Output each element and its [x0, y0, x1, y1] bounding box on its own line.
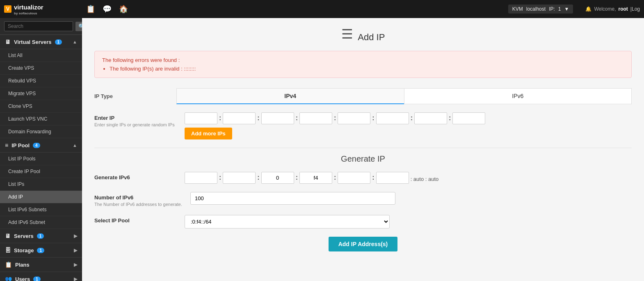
- ip-pool-select[interactable]: :0:f4::/64: [185, 215, 390, 228]
- number-of-ipv6-row: Number of IPv6 The Number of IPv6 addres…: [94, 192, 632, 207]
- enter-ip-content: : : : : : : : Add more IPs: [185, 112, 632, 139]
- tab-ipv4[interactable]: IPv4: [176, 88, 404, 104]
- ip-type-tabs: IPv4 IPv6: [176, 88, 632, 104]
- welcome-text: Welcome,: [594, 6, 616, 12]
- virtual-servers-label: Virtual Servers: [14, 39, 52, 45]
- layout: 🔍 🖥 Virtual Servers 1 ▲ List All Create …: [0, 18, 644, 281]
- clipboard-icon[interactable]: 📋: [86, 5, 95, 14]
- chat-icon[interactable]: 💬: [103, 5, 112, 14]
- ip-seg-0[interactable]: [185, 112, 217, 124]
- ipv6-input-group: : : : : : : auto : auto: [185, 172, 632, 184]
- generate-ipv6-row: Generate IPv6 : : : : : : auto : auto: [94, 172, 632, 184]
- sidebar-item-clone-vps[interactable]: Clone VPS: [0, 100, 82, 113]
- ip-seg-5[interactable]: [376, 112, 409, 124]
- ip-colon-1: :: [257, 114, 259, 122]
- ipv6-colon-3: :: [334, 174, 336, 181]
- ipv6-seg-2[interactable]: [261, 172, 294, 184]
- ipv6-seg-5[interactable]: [376, 172, 409, 184]
- home-icon[interactable]: 🏠: [119, 5, 128, 14]
- ipv6-seg-3[interactable]: [299, 172, 332, 184]
- ip-seg-7[interactable]: [452, 112, 485, 124]
- ip-seg-4[interactable]: [338, 112, 370, 124]
- number-of-ipv6-label-container: Number of IPv6 The Number of IPv6 addres…: [94, 192, 182, 207]
- server-selector[interactable]: KVM localhost IP: 1 ▼: [508, 5, 573, 14]
- page-title: Add IP: [358, 32, 385, 43]
- sidebar-search-container: 🔍: [0, 18, 82, 35]
- ip-seg-6[interactable]: [414, 112, 447, 124]
- virtual-servers-menu: List All Create VPS Rebuild VPS Migrate …: [0, 49, 82, 138]
- logo-text: virtualizor: [14, 4, 43, 11]
- users-icon: 👥: [5, 276, 12, 281]
- sidebar-section-ip-pool[interactable]: ≡ IP Pool 4 ▲: [0, 138, 82, 153]
- users-label: Users: [15, 276, 30, 281]
- number-of-ipv6-input[interactable]: [190, 192, 395, 205]
- sidebar-item-add-ipv6-subnet[interactable]: Add IPv6 Subnet: [0, 216, 82, 229]
- sidebar-item-domain-forwarding[interactable]: Domain Forwarding: [0, 126, 82, 138]
- server-hostname: localhost: [526, 6, 546, 12]
- search-input[interactable]: [4, 21, 73, 31]
- page-icon: ☰: [341, 27, 353, 41]
- logo-icon: V: [4, 5, 11, 13]
- app-logo: V virtualizor by softaculous: [4, 3, 62, 15]
- sidebar-section-plans[interactable]: 📋 Plans ▶: [0, 258, 82, 272]
- servers-icon: 🖥: [5, 233, 11, 239]
- ip-pool-icon: ≡: [5, 142, 8, 148]
- ip-seg-2[interactable]: [261, 112, 294, 124]
- select-ip-pool-label: Select IP Pool: [94, 217, 176, 224]
- sidebar-item-list-ip-pools[interactable]: List IP Pools: [0, 153, 82, 165]
- add-more-ips-button[interactable]: Add more IPs: [185, 128, 232, 139]
- sidebar-item-create-ip-pool[interactable]: Create IP Pool: [0, 165, 82, 178]
- sidebar-item-rebuild-vps[interactable]: Rebuild VPS: [0, 75, 82, 87]
- server-type: KVM: [512, 6, 523, 12]
- chevron-right-icon: ▶: [74, 233, 77, 239]
- storage-badge: 1: [37, 248, 44, 253]
- sidebar-section-virtual-servers[interactable]: 🖥 Virtual Servers 1 ▲: [0, 35, 82, 49]
- generate-ipv6-label-container: Generate IPv6: [94, 172, 176, 180]
- sidebar-item-launch-vps-vnc[interactable]: Launch VPS VNC: [0, 113, 82, 126]
- username: root: [619, 6, 628, 12]
- sidebar-item-list-ipv6-subnets[interactable]: List IPv6 Subnets: [0, 203, 82, 216]
- search-button[interactable]: 🔍: [75, 22, 82, 31]
- select-ip-pool-content: :0:f4::/64: [185, 215, 632, 228]
- ip-seg-1[interactable]: [223, 112, 256, 124]
- ip-colon-2: :: [296, 114, 298, 122]
- ipv6-seg-0[interactable]: [185, 172, 217, 184]
- sidebar-item-add-ip[interactable]: Add IP: [0, 191, 82, 203]
- ip-colon-4: :: [372, 114, 374, 122]
- sidebar-item-migrate-vps[interactable]: Migrate VPS: [0, 87, 82, 100]
- servers-badge: 1: [37, 233, 44, 239]
- tab-ipv6[interactable]: IPv6: [404, 88, 632, 104]
- number-of-ipv6-content: [190, 192, 632, 205]
- chevron-down-icon[interactable]: ▼: [564, 6, 569, 12]
- ipv6-seg-1[interactable]: [223, 172, 256, 184]
- ip-colon-3: :: [334, 114, 336, 122]
- ip-colon-5: :: [411, 114, 413, 122]
- ipv6-seg-4[interactable]: [338, 172, 370, 184]
- ip-input-group: : : : : : : :: [185, 112, 632, 124]
- server-ip-label: IP:: [549, 6, 555, 12]
- add-ip-address-button[interactable]: Add IP Address(s): [329, 237, 398, 251]
- notification-icon[interactable]: 🔔: [585, 6, 591, 12]
- ipv6-colon-0: :: [219, 174, 221, 181]
- enter-ip-label-container: Enter IP Enter single IPs or generate ra…: [94, 112, 176, 127]
- server-ip-value: 1: [558, 6, 561, 12]
- chevron-right-icon-2: ▶: [74, 248, 77, 253]
- select-ip-pool-row: Select IP Pool :0:f4::/64: [94, 215, 632, 228]
- generate-ipv6-content: : : : : : : auto : auto: [185, 172, 632, 184]
- logout-link[interactable]: |Log: [630, 6, 640, 12]
- sidebar-item-list-ips[interactable]: List IPs: [0, 178, 82, 191]
- enter-ip-row: Enter IP Enter single IPs or generate ra…: [94, 112, 632, 139]
- generate-ipv6-label: Generate IPv6: [94, 174, 176, 180]
- chevron-up-icon-2: ▲: [73, 143, 77, 148]
- sidebar-item-create-vps[interactable]: Create VPS: [0, 62, 82, 75]
- ip-pool-label: IP Pool: [11, 142, 30, 148]
- plans-icon: 📋: [5, 261, 12, 268]
- ip-seg-3[interactable]: [299, 112, 332, 124]
- sidebar-section-storage[interactable]: 🗄 Storage 1 ▶: [0, 243, 82, 258]
- sidebar-section-servers[interactable]: 🖥 Servers 1 ▶: [0, 229, 82, 243]
- plans-label: Plans: [15, 262, 30, 268]
- virtual-servers-badge: 1: [55, 39, 62, 45]
- users-badge: 1: [33, 276, 41, 281]
- sidebar-item-list-all[interactable]: List All: [0, 49, 82, 62]
- sidebar-section-users[interactable]: 👥 Users 1 ▶: [0, 272, 82, 281]
